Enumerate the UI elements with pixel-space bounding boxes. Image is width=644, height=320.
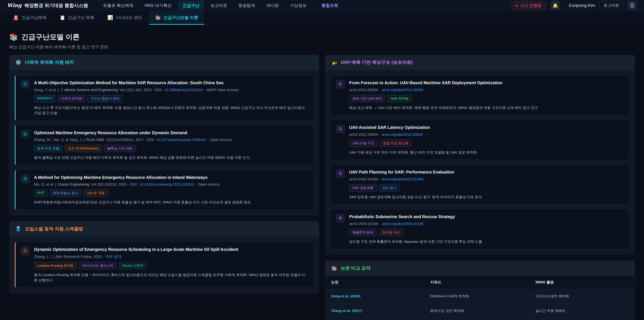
keyword-cell: DNSGA-II 다목적 최적화 bbox=[424, 289, 529, 303]
paper-meta: arXiv:2505.02186 · arxiv.org/abs/2505.02… bbox=[349, 222, 624, 226]
paper-number-badge: ① bbox=[336, 80, 344, 88]
paper-title: From Forecast to Action: UAV-Based Marit… bbox=[349, 80, 624, 86]
paper-title: A Multi-Objective Optimization Method fo… bbox=[34, 80, 308, 86]
table-header: 논문 키워드 WING 활용 bbox=[325, 276, 634, 289]
section-paper-comparison: 📚 논문 비교 요약 논문 키워드 WING 활용 Dong et al. (2… bbox=[325, 261, 635, 320]
nav-item-board[interactable]: 게시판 bbox=[262, 1, 284, 10]
section-header: 🚁 UAV·예측 기반 해상구조 (보조자료) bbox=[325, 55, 634, 70]
tab-scenario-management[interactable]: 📊 시나리오 관리 bbox=[101, 11, 148, 25]
section-header: 🛢️ 오일스필 동적 자원 스케줄링 bbox=[10, 221, 319, 236]
paper-body: UAV-Assisted SAR Latency Optimization ar… bbox=[349, 125, 624, 155]
arxiv-link[interactable]: arxiv.org/abs/2505.02186 bbox=[382, 222, 424, 226]
tag: 예측 기반 UAV 배치 bbox=[349, 95, 385, 102]
paper-body: From Forecast to Action: UAV-Based Marit… bbox=[349, 80, 624, 110]
paper-tags: DNSGA-II 다목적 최적화 구조선·항공기 배치 bbox=[34, 95, 308, 102]
tag: Location-Routing 최적화 bbox=[34, 262, 77, 269]
section-title: 오일스필 동적 자원 스케줄링 bbox=[25, 226, 83, 232]
section-multi-objective: ⚙️ 다목적 최적화 자원 배치 ① A Multi-Objective Opt… bbox=[9, 55, 319, 215]
nav-item-integrated-search[interactable]: 통합조회 bbox=[316, 1, 343, 10]
logo-text: 해양환경 위기대응 통합시스템 bbox=[24, 2, 88, 9]
tab-rescue-prediction[interactable]: 🚨 긴급구난예측 bbox=[7, 11, 53, 25]
arxiv-link[interactable]: arxiv.org/abs/2402.01494 bbox=[382, 177, 424, 181]
page-title-text: 긴급구난모델 이론 bbox=[21, 32, 80, 42]
arxiv-link[interactable]: arxiv.org/abs/2511.00844 bbox=[382, 132, 423, 137]
header-divider bbox=[93, 3, 93, 9]
section-body: ① From Forecast to Action: UAV-Based Mar… bbox=[325, 70, 634, 254]
gear-icon: ⚙️ bbox=[16, 60, 21, 65]
tab-label: 긴급구난모델 이론 bbox=[164, 15, 198, 20]
paper-summary: AHP(계층분석법)+DEA(자료포락분석)로 긴급구난 자원 효율성 평가 및… bbox=[34, 199, 308, 205]
paper-title: Optimized Maritime Emergency Resource Al… bbox=[34, 130, 308, 136]
tag: 동적 수요 모델 bbox=[34, 145, 62, 152]
paper-authors: Dong, Y. et al. | bbox=[34, 88, 59, 92]
paper-card: ① Dynamic Optimization of Emergency Reso… bbox=[15, 242, 314, 288]
paper-tags: Location-Routing 최적화 하이브리드 휴리스틱 Pareto 다… bbox=[34, 262, 308, 269]
helicopter-icon: 🚁 bbox=[331, 60, 337, 65]
siren-icon: 🚨 bbox=[13, 15, 19, 20]
page-subtitle: 해상 긴급구난 자원 배치·최적화 이론 및 참고 연구 문헌 bbox=[9, 44, 635, 50]
paper-card: ③ UAV Path Planning for SAR: Performance… bbox=[330, 164, 629, 204]
col-paper: 논문 bbox=[325, 276, 424, 289]
page-head: 📚 긴급구난모델 이론 해상 긴급구난 자원 배치·최적화 이론 및 참고 연구… bbox=[0, 25, 644, 55]
clipboard-icon: 📋 bbox=[60, 15, 66, 20]
tag: DEA 효율성 평가 bbox=[50, 189, 81, 197]
paper-venue: Ocean Engineering bbox=[58, 182, 90, 187]
paper-tags: AHP DEA 효율성 평가 내수로 적용 bbox=[34, 189, 308, 197]
paper-body: A Method for Optimizing Maritime Emergen… bbox=[34, 175, 308, 205]
paper-authors: Zhang, W., Yan, X. & Yang, J. | bbox=[34, 138, 84, 142]
paper-card: ② Optimized Maritime Emergency Resource … bbox=[15, 125, 314, 165]
doi-link[interactable]: 10.1016/j.oceaneng.2023.116224 bbox=[139, 182, 194, 187]
main-nav: 유출유 확산예측 HNS·대기확산 긴급구난 보고자료 항공탐색 게시판 기상정… bbox=[98, 1, 343, 10]
tag: UAV 경로계획 bbox=[349, 184, 376, 191]
paper-number-badge: ① bbox=[21, 247, 29, 255]
notifications-button[interactable]: 🔔 bbox=[550, 1, 560, 10]
paper-link[interactable]: Zhang et al. (2017) bbox=[331, 309, 362, 312]
doi-link[interactable]: 10.3390/jmse12010184 bbox=[164, 88, 203, 92]
tab-label: 긴급구난 목록 bbox=[68, 15, 94, 20]
arxiv-id: arXiv:2505.02186 · bbox=[349, 222, 380, 226]
pdf-link[interactable]: PDF 공개 bbox=[106, 254, 122, 259]
tag: 잠수함 구조 bbox=[379, 229, 403, 236]
logout-button[interactable]: 로그아웃 bbox=[600, 1, 623, 10]
nav-item-aerial-search[interactable]: 항공탐색 bbox=[234, 1, 260, 10]
paper-number-badge: ① bbox=[21, 80, 29, 88]
logo-mark: Wing bbox=[7, 2, 22, 8]
arxiv-link[interactable]: arxiv.org/abs/2512.09260 bbox=[382, 88, 424, 92]
paper-title: UAV-Assisted SAR Latency Optimization bbox=[349, 125, 624, 130]
table-row: Zhang et al. (2017) 동적수요·강건 최적화 실시간 자원 재… bbox=[325, 303, 634, 318]
paper-body: Dynamic Optimization of Emergency Resour… bbox=[34, 247, 308, 283]
section-oil-spill-scheduling: 🛢️ 오일스필 동적 자원 스케줄링 ① Dynamic Optimizatio… bbox=[9, 221, 319, 293]
left-column: ⚙️ 다목적 최적화 자원 배치 ① A Multi-Objective Opt… bbox=[9, 55, 319, 293]
paper-detail: 12(12):e0189411, 2017 · DOI: bbox=[106, 138, 155, 142]
paper-body: Probabilistic Submarine Search and Rescu… bbox=[349, 214, 624, 244]
tab-label: 시나리오 관리 bbox=[116, 15, 142, 20]
nav-item-weather[interactable]: 기상정보 bbox=[285, 1, 311, 10]
tag: 강건 최적화(Robust) bbox=[65, 145, 102, 152]
status-label: 사고 진행중 bbox=[520, 3, 542, 8]
nav-item-reports[interactable]: 보고자료 bbox=[206, 1, 232, 10]
paper-link[interactable]: Dong et al. (2024) bbox=[331, 294, 360, 298]
nav-item-hns[interactable]: HNS·대기확산 bbox=[140, 1, 176, 10]
nav-item-oil-spill[interactable]: 유출유 확산예측 bbox=[98, 1, 138, 10]
nav-item-emergency-rescue[interactable]: 긴급구난 bbox=[178, 1, 204, 10]
tab-rescue-model-theory[interactable]: 📚 긴급구난모델 이론 bbox=[149, 11, 204, 25]
header-divider bbox=[564, 3, 564, 9]
paper-number-badge: ② bbox=[336, 125, 344, 133]
table-row: Dong et al. (2024) DNSGA-II 다목적 최적화 구조자산… bbox=[325, 289, 634, 303]
paper-venue: PLoS ONE bbox=[86, 138, 104, 142]
paper-number-badge: ④ bbox=[336, 214, 344, 222]
paper-meta: Dong, Y. et al. | J. Marine Science and … bbox=[34, 88, 308, 92]
tab-rescue-list[interactable]: 📋 긴급구난 목록 bbox=[54, 11, 100, 25]
paper-authors: Zhang, L. | bbox=[34, 254, 52, 259]
oil-drum-icon: 🛢️ bbox=[16, 226, 21, 232]
paper-tags: UAV 지원 구조 응답 지연 최소화 bbox=[349, 140, 624, 147]
paper-title: UAV Path Planning for SAR: Performance E… bbox=[349, 169, 624, 175]
paper-card: ③ A Method for Optimizing Maritime Emerg… bbox=[15, 170, 314, 210]
arxiv-id: arXiv:2512.09260 · bbox=[349, 88, 380, 92]
arxiv-id: arXiv:2511.00844 · bbox=[349, 132, 380, 137]
paper-summary: UAV 지원 해상 구조 처리·지연 최적화. 통신·처리 지연 모델링 및 U… bbox=[349, 150, 624, 155]
hamburger-menu-button[interactable]: ☰ bbox=[628, 1, 637, 10]
paper-access: · MDPI Open Access bbox=[204, 88, 239, 92]
doi-link[interactable]: 10.1371/journal.pone.0189411 bbox=[156, 138, 206, 142]
incident-status-badge: ● 사고 진행중 bbox=[511, 1, 546, 10]
